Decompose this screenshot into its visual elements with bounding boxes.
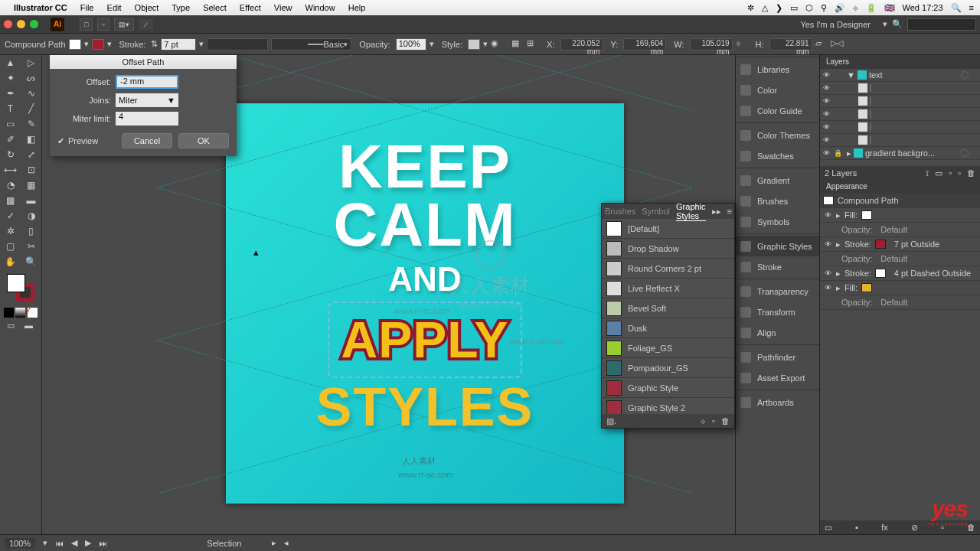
appear-swatch[interactable]: [861, 210, 872, 220]
paintbrush-tool[interactable]: ✎: [21, 116, 41, 132]
hamburger-icon[interactable]: ≡: [969, 3, 974, 12]
appear-swatch[interactable]: [861, 283, 872, 292]
w-input[interactable]: 105.019 mm: [690, 38, 733, 51]
doc-print-btn[interactable]: □: [80, 18, 93, 31]
appear-swatch[interactable]: [875, 269, 886, 278]
opacity-input[interactable]: 100%: [396, 38, 426, 51]
close-icon[interactable]: [4, 20, 12, 28]
nav-arrow-left-icon[interactable]: ▸: [272, 538, 276, 548]
layer-row[interactable]: 👁: [820, 134, 980, 147]
target-icon[interactable]: [870, 83, 871, 93]
gs-item[interactable]: Graphic Style: [602, 378, 734, 398]
gradient-tool[interactable]: ▬: [21, 193, 41, 208]
pen-tool[interactable]: ✒: [0, 86, 21, 101]
rotate-tool[interactable]: ↻: [0, 147, 21, 162]
visibility-toggle[interactable]: 👁: [823, 240, 832, 248]
new-layer-icon[interactable]: ▫: [958, 168, 961, 178]
sound-icon[interactable]: 🔊: [835, 3, 845, 13]
gs-delete-icon[interactable]: 🗑: [721, 416, 730, 425]
panel-collapse-icon[interactable]: ▸▸: [712, 207, 721, 217]
arrange-btn[interactable]: ▤▾: [114, 18, 134, 31]
layer-row[interactable]: 👁▼text: [820, 69, 980, 82]
stroke-weight-input[interactable]: 7 pt: [161, 38, 196, 51]
width-tool[interactable]: ⟷: [0, 162, 21, 178]
arrow-icon[interactable]: ❯: [776, 3, 782, 13]
visibility-toggle[interactable]: 👁: [822, 149, 831, 157]
delete-layer-icon[interactable]: 🗑: [967, 168, 975, 178]
text-keep[interactable]: KEEP: [338, 138, 511, 196]
text-and[interactable]: AND: [388, 260, 461, 298]
direct-selection-tool[interactable]: ▷: [21, 55, 41, 70]
recolor-icon[interactable]: ◉: [491, 38, 503, 51]
stroke-weight-dropdown-icon[interactable]: ▾: [199, 39, 204, 49]
gs-item[interactable]: Foliage_GS: [602, 338, 734, 358]
fill-dropdown-icon[interactable]: ▾: [84, 39, 89, 49]
clear-icon[interactable]: ⊘: [911, 523, 918, 533]
expand-icon[interactable]: ▸: [836, 240, 841, 249]
text-styles[interactable]: STYLES: [316, 377, 534, 438]
shape-builder-tool[interactable]: ◔: [0, 178, 21, 193]
flag-icon[interactable]: 🇬🇧: [884, 3, 895, 13]
expand-icon[interactable]: ▸: [836, 283, 841, 293]
appear-swatch[interactable]: [875, 240, 886, 249]
target-icon[interactable]: [870, 96, 871, 106]
appearance-row[interactable]: 👁▸Fill:: [820, 208, 980, 223]
menu-file[interactable]: File: [80, 3, 94, 12]
gs-breaklink-icon[interactable]: ⟐: [701, 416, 706, 425]
appearance-row[interactable]: Opacity:Default: [820, 295, 980, 310]
appearance-row[interactable]: 👁▸Fill:: [820, 281, 980, 295]
scale-tool[interactable]: ⤢: [21, 147, 41, 162]
wifi-icon[interactable]: ⟐: [853, 3, 858, 12]
dock-item-pathfinder[interactable]: Pathfinder: [736, 347, 819, 367]
colormode-color[interactable]: [4, 308, 14, 318]
visibility-toggle[interactable]: 👁: [822, 71, 831, 79]
eraser-tool[interactable]: ◧: [21, 132, 41, 147]
add-effect-icon[interactable]: fx: [881, 523, 888, 533]
text-calm[interactable]: CALM: [333, 196, 516, 254]
minimize-icon[interactable]: [17, 20, 25, 28]
appearance-row[interactable]: Opacity:Default: [820, 252, 980, 266]
symbol-sprayer-tool[interactable]: ✲: [0, 223, 21, 239]
x-input[interactable]: 220.052 mm: [560, 38, 603, 51]
screenmode-full[interactable]: ▬: [24, 321, 34, 331]
menu-effect[interactable]: Effect: [240, 3, 261, 12]
hand-tool[interactable]: ✋: [0, 254, 21, 269]
menu-object[interactable]: Object: [135, 3, 159, 12]
visibility-toggle[interactable]: 👁: [823, 284, 832, 292]
layers-tab[interactable]: Layers: [820, 55, 980, 69]
spotlight-icon[interactable]: 🔍: [951, 3, 962, 13]
zoom-tool[interactable]: 🔍: [21, 254, 41, 269]
panel-menu-icon[interactable]: ≡: [727, 207, 732, 216]
nav-next-icon[interactable]: ▶: [85, 538, 91, 548]
menu-select[interactable]: Select: [203, 3, 227, 12]
new-sublayer-icon[interactable]: ▫: [949, 168, 952, 178]
layer-row[interactable]: 👁: [820, 82, 980, 95]
visibility-toggle[interactable]: 👁: [822, 84, 831, 92]
colormode-none[interactable]: ∕: [28, 308, 38, 318]
stroke-dropdown-icon[interactable]: ▾: [107, 39, 112, 49]
display-icon[interactable]: ▭: [790, 3, 798, 13]
gs-item[interactable]: Drop Shadow: [602, 239, 734, 259]
add-fill-icon[interactable]: ▪: [855, 523, 858, 533]
appearance-row[interactable]: 👁▸Stroke:4 pt Dashed Outside: [820, 266, 980, 281]
target-icon[interactable]: [961, 71, 969, 79]
menu-window[interactable]: Window: [305, 3, 335, 12]
gs-library-icon[interactable]: ▥.: [606, 416, 616, 426]
eyedropper-tool[interactable]: ✓: [0, 208, 21, 223]
gstyle-swatch[interactable]: [468, 39, 480, 50]
lasso-tool[interactable]: ᔕ: [21, 70, 41, 86]
gs-item[interactable]: Bevel Soft: [602, 298, 734, 318]
colormode-gradient[interactable]: [15, 308, 25, 318]
appearance-tab[interactable]: Appearance: [820, 180, 980, 194]
tab-brushes[interactable]: Brushes: [605, 207, 635, 216]
artboard-tool[interactable]: ▢: [0, 239, 21, 254]
gs-item[interactable]: Round Corners 2 pt: [602, 259, 734, 279]
dock-item-transform[interactable]: Transform: [736, 302, 819, 322]
gs-item[interactable]: Graphic Style 2: [602, 398, 734, 414]
shear-icon[interactable]: ▱: [815, 38, 828, 51]
doc-web-btn[interactable]: ▫: [97, 18, 109, 31]
tab-graphic-styles[interactable]: Graphic Styles: [676, 202, 706, 221]
gs-item[interactable]: Dusk: [602, 318, 734, 338]
zoom-icon[interactable]: [30, 20, 38, 28]
layer-row[interactable]: 👁: [820, 108, 980, 121]
